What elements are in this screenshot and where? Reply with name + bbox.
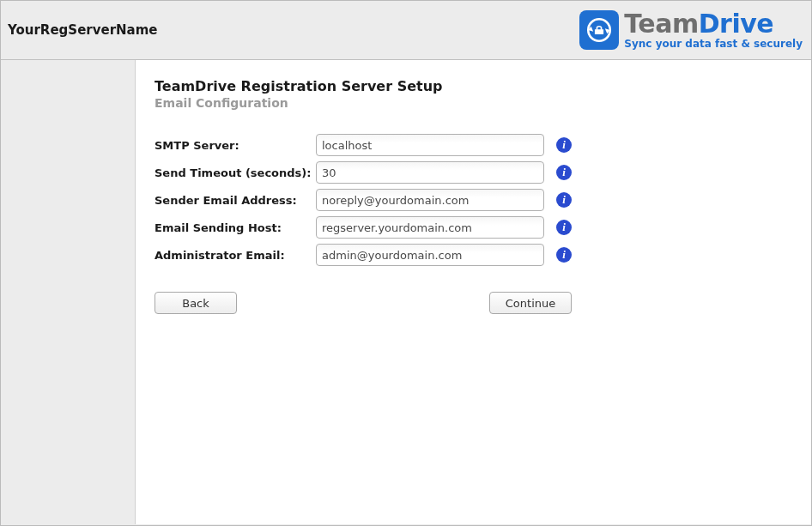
back-button[interactable]: Back: [155, 292, 237, 314]
brand-drive: Drive: [699, 9, 773, 39]
continue-button[interactable]: Continue: [489, 292, 572, 314]
main-area: TeamDrive Registration Server Setup Emai…: [1, 60, 811, 524]
info-icon[interactable]: i: [556, 165, 572, 180]
row-sending-host: Email Sending Host: i: [155, 216, 791, 239]
input-sender-email[interactable]: [316, 189, 544, 211]
reg-server-name: YourRegServerName: [8, 22, 158, 38]
label-admin-email: Administrator Email:: [155, 249, 316, 262]
teamdrive-logo-icon: [579, 10, 619, 50]
label-send-timeout: Send Timeout (seconds):: [155, 166, 316, 179]
row-smtp-server: SMTP Server: i: [155, 134, 791, 156]
logo: TeamDrive Sync your data fast & securely: [579, 10, 803, 50]
info-icon[interactable]: i: [556, 192, 572, 208]
sidebar: [1, 60, 136, 524]
label-sender-email: Sender Email Address:: [155, 194, 316, 207]
brand-tagline: Sync your data fast & securely: [624, 39, 803, 49]
button-row: Back Continue: [155, 292, 572, 314]
input-send-timeout[interactable]: [316, 161, 544, 184]
label-sending-host: Email Sending Host:: [155, 221, 316, 234]
label-smtp-server: SMTP Server:: [155, 139, 316, 152]
brand-team: Team: [624, 9, 698, 39]
row-sender-email: Sender Email Address: i: [155, 189, 791, 211]
header: YourRegServerName TeamDrive Sync your da…: [1, 1, 811, 60]
row-send-timeout: Send Timeout (seconds): i: [155, 161, 791, 184]
input-admin-email[interactable]: [316, 244, 544, 266]
brand-name: TeamDrive: [624, 11, 803, 37]
page-subtitle: Email Configuration: [155, 96, 791, 110]
input-smtp-server[interactable]: [316, 134, 544, 156]
app-window: YourRegServerName TeamDrive Sync your da…: [0, 0, 812, 526]
input-sending-host[interactable]: [316, 216, 544, 239]
info-icon[interactable]: i: [556, 247, 572, 263]
page-title: TeamDrive Registration Server Setup: [155, 78, 791, 94]
row-admin-email: Administrator Email: i: [155, 244, 791, 266]
content: TeamDrive Registration Server Setup Emai…: [136, 60, 811, 524]
info-icon[interactable]: i: [556, 137, 572, 153]
info-icon[interactable]: i: [556, 220, 572, 235]
logo-text: TeamDrive Sync your data fast & securely: [624, 11, 803, 49]
